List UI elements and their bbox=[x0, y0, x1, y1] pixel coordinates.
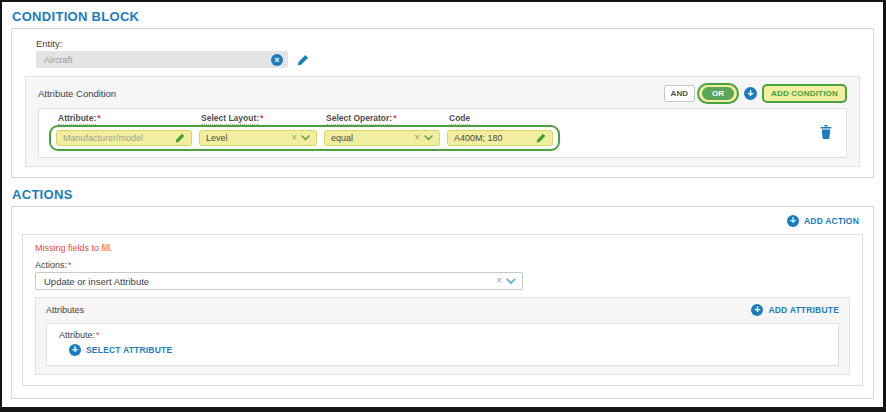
highlighted-condition-group: Manufacturer/model Level × bbox=[49, 125, 560, 151]
required-asterisk: * bbox=[97, 113, 100, 123]
select-attribute-row: + SELECT ATTRIBUTE bbox=[69, 344, 826, 356]
or-toggle-label: OR bbox=[702, 87, 734, 100]
clear-icon[interactable]: × bbox=[414, 133, 420, 143]
attribute-item-box: Attribute:* + SELECT ATTRIBUTE bbox=[46, 323, 839, 366]
code-label: Code bbox=[449, 113, 555, 123]
select-operator-value: equal bbox=[331, 133, 353, 143]
entity-group: Entity: Aircraft × bbox=[36, 38, 860, 68]
dropdown-icons: × bbox=[496, 276, 516, 286]
actions-panel: + ADD ACTION Missing fields to fill. Act… bbox=[11, 206, 874, 399]
entity-value: Aircraft bbox=[44, 55, 73, 65]
add-condition-plus-icon[interactable]: + bbox=[744, 87, 757, 100]
chevron-down-icon[interactable] bbox=[424, 135, 433, 141]
entity-edit-icon[interactable] bbox=[297, 54, 309, 66]
add-attribute-plus-icon[interactable]: + bbox=[751, 304, 763, 316]
required-asterisk: * bbox=[393, 113, 396, 123]
required-asterisk: * bbox=[96, 330, 100, 340]
clear-icon[interactable]: × bbox=[291, 133, 297, 143]
add-condition-button[interactable]: ADD CONDITION bbox=[762, 84, 847, 103]
actions-title: ACTIONS bbox=[12, 187, 874, 202]
code-value: A400M; 180 bbox=[454, 133, 503, 143]
dropdown-icons: × bbox=[414, 133, 433, 143]
code-input[interactable]: A400M; 180 bbox=[447, 130, 553, 146]
condition-logic-controls: AND OR + ADD CONDITION bbox=[664, 83, 847, 104]
entity-clear-icon[interactable]: × bbox=[271, 54, 283, 66]
actions-select-dropdown[interactable]: Update or insert Attribute × bbox=[35, 272, 523, 290]
select-attribute-plus-icon[interactable]: + bbox=[69, 344, 81, 356]
add-action-button[interactable]: ADD ACTION bbox=[804, 216, 859, 226]
add-attribute-button[interactable]: ADD ATTRIBUTE bbox=[768, 305, 839, 315]
actions-select-label: Actions:* bbox=[35, 260, 850, 270]
select-operator-dropdown[interactable]: equal × bbox=[324, 130, 440, 146]
attribute-condition-label: Attribute Condition bbox=[38, 88, 116, 99]
add-action-row: + ADD ACTION bbox=[22, 210, 863, 234]
select-layout-value: Level bbox=[206, 133, 228, 143]
condition-row: Attribute:* Select Layout:* Select Opera… bbox=[38, 108, 847, 158]
entity-label: Entity: bbox=[36, 38, 860, 49]
required-asterisk: * bbox=[260, 113, 263, 123]
select-operator-label: Select Operator:* bbox=[326, 113, 442, 123]
select-layout-label: Select Layout:* bbox=[201, 113, 319, 123]
validation-error-message: Missing fields to fill. bbox=[35, 243, 850, 253]
chevron-down-icon[interactable] bbox=[506, 278, 516, 285]
select-attribute-button[interactable]: SELECT ATTRIBUTE bbox=[86, 345, 172, 355]
delete-condition-icon[interactable] bbox=[820, 125, 832, 139]
or-toggle-button[interactable]: OR bbox=[697, 83, 739, 104]
rule-editor-page: CONDITION BLOCK Entity: Aircraft × Attri… bbox=[0, 0, 886, 412]
add-attribute-row: + ADD ATTRIBUTE bbox=[751, 304, 839, 316]
dropdown-icons: × bbox=[291, 133, 310, 143]
attributes-header: Attributes + ADD ATTRIBUTE bbox=[46, 300, 839, 320]
attribute-edit-icon[interactable] bbox=[175, 133, 185, 143]
entity-row: Aircraft × bbox=[36, 51, 860, 68]
condition-fields-block: Attribute:* Select Layout:* Select Opera… bbox=[49, 113, 560, 151]
add-action-plus-icon[interactable]: + bbox=[787, 215, 799, 227]
required-asterisk: * bbox=[68, 260, 72, 270]
attribute-condition-panel: Attribute Condition AND OR + ADD CONDITI… bbox=[25, 76, 860, 167]
and-toggle-button[interactable]: AND bbox=[664, 85, 695, 102]
attributes-panel: Attributes + ADD ATTRIBUTE Attribute:* +… bbox=[35, 297, 850, 375]
action-item-panel: Missing fields to fill. Actions:* Update… bbox=[22, 234, 863, 386]
attributes-label: Attributes bbox=[46, 305, 84, 315]
condition-block-panel: Entity: Aircraft × Attribute Condition A… bbox=[11, 28, 874, 178]
actions-select-value: Update or insert Attribute bbox=[44, 276, 149, 287]
attribute-value: Manufacturer/model bbox=[63, 133, 143, 143]
entity-field[interactable]: Aircraft × bbox=[36, 51, 288, 68]
attribute-input[interactable]: Manufacturer/model bbox=[56, 130, 192, 146]
condition-field-labels: Attribute:* Select Layout:* Select Opera… bbox=[58, 113, 560, 123]
code-edit-icon[interactable] bbox=[536, 133, 546, 143]
condition-block-title: CONDITION BLOCK bbox=[12, 9, 874, 24]
attribute-item-label: Attribute:* bbox=[59, 330, 826, 340]
attribute-condition-header: Attribute Condition AND OR + ADD CONDITI… bbox=[38, 81, 847, 105]
chevron-down-icon[interactable] bbox=[301, 135, 310, 141]
select-layout-dropdown[interactable]: Level × bbox=[199, 130, 317, 146]
attribute-field-label: Attribute:* bbox=[58, 113, 194, 123]
clear-icon[interactable]: × bbox=[496, 276, 502, 286]
